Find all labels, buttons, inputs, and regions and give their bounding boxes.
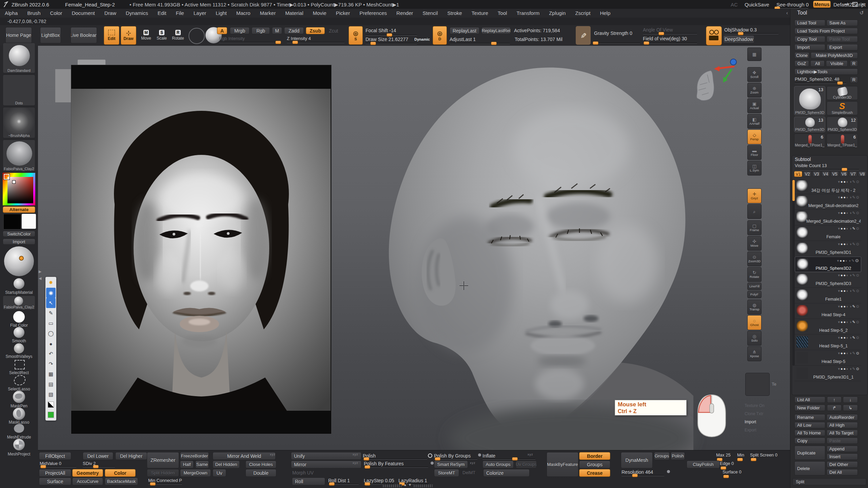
subtool-item[interactable]: ▾●●◐◑✎⊙Female1 (795, 288, 861, 303)
cursor-icon[interactable]: ↖ (46, 298, 56, 308)
sdiv-track[interactable] (83, 466, 115, 467)
gravity-handle[interactable] (593, 41, 598, 45)
auto-reorder-button[interactable]: AutoReorder (827, 414, 858, 421)
alpha-slot[interactable]: ~BrushAlpha (3, 107, 35, 138)
menu-tool[interactable]: Tool (493, 9, 512, 18)
duplicate-button[interactable]: Duplicate (794, 446, 825, 460)
shelf-zoom-button[interactable]: ⊕Zoom (747, 83, 762, 98)
brush-slot[interactable]: DamStandard (3, 43, 35, 73)
color-picker[interactable] (3, 173, 35, 205)
min-handle[interactable] (737, 458, 743, 461)
morph-uv-button[interactable]: Morph UV (292, 470, 314, 475)
tray-scrollbar-left[interactable] (383, 484, 402, 487)
tool-thumb-sphere1[interactable]: 13 PM3D_Sphere3D (794, 117, 825, 132)
shelf-polyf-button[interactable]: PolyF (747, 291, 762, 298)
del-all-button[interactable]: Del All (827, 469, 858, 475)
texture-thumb-slot[interactable]: FabioPaiva_Clay2 (3, 140, 35, 171)
folder-out-button[interactable]: ↱ (827, 405, 842, 411)
mrgb-button[interactable]: Mrgb (230, 27, 250, 34)
groups-button[interactable]: Groups (654, 452, 670, 460)
trash-icon[interactable]: ▦ (46, 369, 56, 379)
inflate-track[interactable] (482, 459, 535, 459)
tray-scrollbar-right[interactable] (414, 484, 433, 487)
polish-by-groups-handle[interactable] (435, 457, 440, 461)
deep-shadow-button[interactable]: DeepShadow (723, 35, 754, 43)
shelf-zoom3d-button[interactable]: ⊙Zoom3D (747, 251, 762, 266)
notes-icon[interactable]: ▧ (46, 389, 56, 400)
flat-color-sphere[interactable] (13, 311, 25, 323)
select-rect-brush[interactable] (15, 360, 25, 369)
save-as-button[interactable]: Save As (827, 20, 858, 26)
color-picker-inner-handle[interactable] (12, 180, 16, 184)
smart-resym-button[interactable]: Smart ReSym (434, 461, 468, 468)
stroke-curve-icon[interactable]: ◎ S (349, 26, 363, 45)
material2-slot[interactable]: FabioPaiva_Clay2 (3, 296, 35, 310)
replay-last-button[interactable]: ReplayLast (450, 27, 479, 34)
rename-button[interactable]: Rename (794, 414, 825, 421)
project-all-button[interactable]: ProjectAll (39, 469, 71, 477)
alternate-button[interactable]: Alternate (3, 206, 35, 213)
mid-value-handle[interactable] (40, 465, 46, 468)
backface-mask-button[interactable]: BackfaceMask (105, 477, 138, 485)
smart-resym-xyz[interactable]: xyz (470, 461, 476, 465)
goz-r-button[interactable]: R (850, 60, 858, 67)
see-through-slider[interactable]: See-through 0 (776, 2, 809, 7)
shelf-xpose-button[interactable]: ⋔Xpose (747, 346, 762, 361)
shelf-magnify-button[interactable]: ⌕ (747, 204, 762, 219)
folder-in-button[interactable]: ↳ (843, 405, 858, 411)
shelf-scroll-button[interactable]: ✥Scroll (747, 67, 762, 82)
menu-zscript[interactable]: Zscript (570, 9, 595, 18)
polish-track[interactable] (363, 459, 427, 459)
select-lasso-brush[interactable] (14, 375, 25, 385)
menu-picker[interactable]: Picker (331, 9, 355, 18)
field-of-view-track[interactable] (643, 43, 697, 43)
color-button[interactable]: Color (105, 469, 136, 477)
subtool-item[interactable]: ▾●●◐◑✎⊙PM3D_Sphere3D3 (795, 272, 861, 288)
main-color-swatch[interactable] (3, 214, 21, 229)
menu-material[interactable]: Material (280, 9, 308, 18)
border-button[interactable]: Border (579, 452, 610, 460)
shelf-transp-button[interactable]: ◍Transp (747, 300, 762, 314)
subtool-item[interactable]: ▾●●◐◑✎⊙Head Step-5_2 (795, 319, 861, 334)
menu-document[interactable]: Document (67, 9, 99, 18)
subtool-tab-v3[interactable]: V3 (812, 171, 821, 177)
half-button[interactable]: Half (180, 461, 194, 468)
tool-thumb-simplebrush[interactable]: S SimpleBrush (827, 101, 858, 115)
goz-visible-button[interactable]: Visible (826, 60, 848, 67)
bulb-icon[interactable]: ✸ (46, 278, 56, 288)
accu-curve-button[interactable]: AccuCurve (72, 477, 103, 485)
panel-reload-icon[interactable]: ↺ (860, 10, 864, 16)
texture-import-label[interactable]: Import (745, 420, 756, 424)
menu-stroke[interactable]: Stroke (442, 9, 467, 18)
new-folder-button[interactable]: New Folder (794, 405, 825, 411)
polish-button2[interactable]: Polish (671, 452, 685, 460)
menu-texture[interactable]: Texture (467, 9, 493, 18)
auto-groups-button[interactable]: Auto Groups (482, 461, 514, 468)
zcut-button[interactable]: Zcut (329, 28, 338, 34)
adjust-curve-icon[interactable]: ◎ D (433, 26, 447, 45)
all-to-target-button[interactable]: All To Target (827, 430, 858, 436)
import-color-button[interactable]: Import (3, 239, 35, 245)
subtool-scrollbar[interactable] (792, 179, 795, 366)
mirror-weld-xyz[interactable]: xyz (270, 453, 276, 456)
move-button[interactable]: M Move (139, 26, 153, 44)
zsub-button[interactable]: Zsub (306, 27, 325, 34)
subtool-tab-v1[interactable]: V1 (794, 171, 802, 177)
make-polymesh3d-button[interactable]: Make PolyMesh3D (811, 52, 858, 59)
shelf-rotate-button[interactable]: ↻Rotate (747, 267, 762, 282)
redo-icon[interactable]: ↷ (46, 359, 56, 369)
resolution-toggle[interactable] (667, 470, 670, 473)
subtool-title[interactable]: Subtool (795, 157, 811, 162)
del-lower-button[interactable]: Del Lower (83, 452, 113, 460)
subtool-item[interactable]: ▾●●◐◑✎⊙Merged_Skull-decimation2_4 (795, 210, 861, 225)
menu-dynamics[interactable]: Dynamics (121, 9, 153, 18)
switch-color-button[interactable]: SwitchColor (3, 231, 35, 237)
paste-subtool-button[interactable]: Paste (827, 438, 858, 444)
min-connected-handle[interactable] (150, 482, 156, 486)
rotate-button[interactable]: R Rotate (170, 26, 186, 44)
canvas[interactable]: ✸ ◉ ↖ ✎ ▭ ◯ ● ↶ ↷ ▦ ▤ ▧ Mouse left Ctrl … (38, 46, 790, 450)
tool-r-button[interactable]: R (850, 77, 858, 83)
menus-button[interactable]: Menus (813, 1, 831, 8)
subtool-tab-v5[interactable]: V5 (831, 171, 839, 177)
startup-material-sphere[interactable] (14, 278, 24, 289)
